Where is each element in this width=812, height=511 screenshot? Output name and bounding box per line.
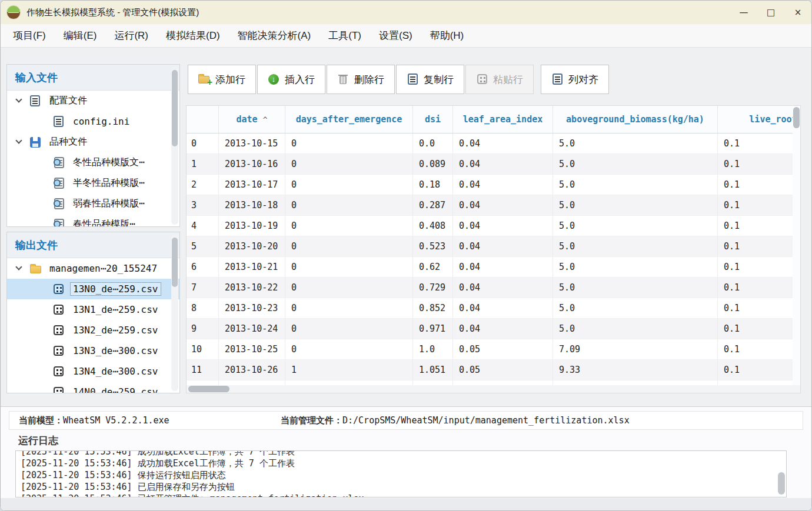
date-cell[interactable]: 2013-10-15 — [219, 133, 285, 154]
date-cell[interactable]: 2013-10-18 — [219, 195, 285, 216]
log-scrollbar-thumb[interactable] — [778, 472, 785, 495]
table-row[interactable]: 7 2013-10-22 0 0.729 0.04 5.0 0.1 — [187, 278, 801, 298]
leaf-area-index-cell[interactable]: 0.05 — [453, 360, 553, 380]
days-after-emergence-cell[interactable]: 1 — [285, 360, 413, 380]
aboveground-biomass-cell[interactable]: 7.09 — [553, 339, 718, 360]
aboveground-biomass-cell[interactable]: 5.0 — [553, 298, 718, 319]
leaf-area-index-cell[interactable]: 0.04 — [453, 257, 553, 278]
aboveground-biomass-cell[interactable]: 5.0 — [553, 278, 718, 298]
paste-row-button[interactable]: 粘贴行 — [465, 65, 534, 94]
date-cell[interactable]: 2013-10-16 — [219, 154, 285, 175]
add-row-button[interactable]: 添加行 — [188, 65, 256, 94]
live-root-biomass-cell[interactable]: 0.1 — [718, 319, 801, 339]
copy-row-button[interactable]: 复制行 — [396, 65, 464, 94]
output-panel-scrollbar-thumb[interactable] — [172, 238, 178, 287]
table-row[interactable]: 10 2013-10-25 0 1.0 0.05 7.09 0.1 — [187, 339, 801, 360]
live-root-biomass-cell[interactable]: 0.1 — [718, 236, 801, 257]
align-columns-button[interactable]: 列对齐 — [541, 65, 609, 94]
output-panel-scrollbar[interactable] — [171, 234, 178, 391]
table-row[interactable]: 5 2013-10-20 0 0.523 0.04 5.0 0.1 — [187, 236, 801, 257]
tree-item[interactable]: 半冬性品种模版⋯ — [7, 173, 179, 193]
date-cell[interactable]: 2013-10-24 — [219, 319, 285, 339]
date-cell[interactable]: 2013-10-19 — [219, 216, 285, 236]
live-root-biomass-cell[interactable]: 0.1 — [718, 339, 801, 360]
column-header[interactable]: leaf_area_index — [453, 106, 553, 133]
aboveground-biomass-cell[interactable]: 5.0 — [553, 216, 718, 236]
live-root-biomass-cell[interactable]: 0.1 — [718, 154, 801, 175]
row-index-cell[interactable]: 3 — [187, 195, 219, 216]
live-root-biomass-cell[interactable]: 0.1 — [718, 360, 801, 380]
table-horizontal-scrollbar-thumb[interactable] — [188, 386, 229, 392]
menu-item-simulation-results[interactable]: 模拟结果(D) — [157, 24, 229, 48]
live-root-biomass-cell[interactable]: 0.1 — [718, 278, 801, 298]
tree-item[interactable]: 13N2_de⋯259.csv — [7, 320, 179, 340]
table-row[interactable]: 2 2013-10-17 0 0.18 0.04 5.0 0.1 — [187, 175, 801, 195]
row-index-cell[interactable]: 4 — [187, 216, 219, 236]
table-row[interactable]: 8 2013-10-23 0 0.852 0.04 5.0 0.1 — [187, 298, 801, 319]
dsi-cell[interactable]: 0.971 — [413, 319, 453, 339]
menu-item-edit[interactable]: 编辑(E) — [55, 24, 106, 48]
days-after-emergence-cell[interactable]: 0 — [285, 133, 413, 154]
tree-item[interactable]: 春性品种模版⋯ — [7, 214, 179, 227]
chevron-down-icon[interactable] — [15, 96, 22, 102]
date-cell[interactable]: 2013-10-26 — [219, 360, 285, 380]
tree-item[interactable]: 13N4_de⋯300.csv — [7, 361, 179, 382]
column-header[interactable]: aboveground_biomass(kg/ha) — [553, 106, 718, 133]
row-index-cell[interactable]: 5 — [187, 236, 219, 257]
table-row[interactable]: 0 2013-10-15 0 0.0 0.04 5.0 0.1 — [187, 133, 801, 154]
tree-item[interactable]: 13N3_de⋯300.csv — [7, 340, 179, 361]
live-root-biomass-cell[interactable]: 0.1 — [718, 133, 801, 154]
leaf-area-index-cell[interactable]: 0.04 — [453, 278, 553, 298]
dsi-cell[interactable]: 1.051 — [413, 360, 453, 380]
aboveground-biomass-cell[interactable]: 5.0 — [553, 154, 718, 175]
tree-item[interactable]: 冬性品种模版文⋯ — [7, 152, 179, 173]
days-after-emergence-cell[interactable]: 0 — [285, 195, 413, 216]
days-after-emergence-cell[interactable]: 0 — [285, 175, 413, 195]
row-index-cell[interactable]: 0 — [187, 133, 219, 154]
leaf-area-index-cell[interactable]: 0.04 — [453, 195, 553, 216]
aboveground-biomass-cell[interactable]: 5.0 — [553, 175, 718, 195]
menu-item-help[interactable]: 帮助(H) — [421, 24, 473, 48]
live-root-biomass-cell[interactable]: 0.1 — [718, 175, 801, 195]
row-index-cell[interactable]: 10 — [187, 339, 219, 360]
column-header[interactable]: days_after_emergence — [285, 106, 413, 133]
days-after-emergence-cell[interactable]: 0 — [285, 319, 413, 339]
table-vertical-scrollbar[interactable] — [793, 106, 800, 385]
tree-item[interactable]: 配置文件 — [7, 91, 179, 111]
date-cell[interactable]: 2013-10-23 — [219, 298, 285, 319]
column-header[interactable]: date ^ — [219, 106, 285, 133]
insert-row-button[interactable]: 插入行 — [257, 65, 325, 94]
table-row[interactable]: 6 2013-10-21 0 0.62 0.04 5.0 0.1 — [187, 257, 801, 278]
dsi-cell[interactable]: 0.0 — [413, 133, 453, 154]
dsi-cell[interactable]: 0.62 — [413, 257, 453, 278]
tree-item[interactable]: config.ini — [7, 111, 179, 132]
close-button[interactable]: × — [784, 1, 811, 24]
leaf-area-index-cell[interactable]: 0.05 — [453, 339, 553, 360]
table-row[interactable]: 9 2013-10-24 0 0.971 0.04 5.0 0.1 — [187, 319, 801, 339]
minimize-button[interactable]: — — [730, 1, 757, 24]
table-row[interactable]: 4 2013-10-19 0 0.408 0.04 5.0 0.1 — [187, 216, 801, 236]
live-root-biomass-cell[interactable]: 0.1 — [718, 195, 801, 216]
delete-row-button[interactable]: 删除行 — [327, 65, 395, 94]
live-root-biomass-cell[interactable]: 0.1 — [718, 257, 801, 278]
chevron-down-icon[interactable] — [15, 137, 22, 143]
row-index-cell[interactable]: 9 — [187, 319, 219, 339]
leaf-area-index-cell[interactable]: 0.04 — [453, 298, 553, 319]
dsi-cell[interactable]: 0.408 — [413, 216, 453, 236]
table-row[interactable]: 3 2013-10-18 0 0.287 0.04 5.0 0.1 — [187, 195, 801, 216]
aboveground-biomass-cell[interactable]: 9.33 — [553, 360, 718, 380]
column-header[interactable]: live_root_b — [718, 106, 801, 133]
aboveground-biomass-cell[interactable]: 5.0 — [553, 236, 718, 257]
dsi-cell[interactable]: 1.0 — [413, 339, 453, 360]
tree-item[interactable]: 13N0_de⋯259.csv — [7, 279, 179, 299]
row-index-cell[interactable]: 11 — [187, 360, 219, 380]
aboveground-biomass-cell[interactable]: 5.0 — [553, 195, 718, 216]
dsi-cell[interactable]: 0.287 — [413, 195, 453, 216]
live-root-biomass-cell[interactable]: 0.1 — [718, 216, 801, 236]
row-index-cell[interactable]: 2 — [187, 175, 219, 195]
leaf-area-index-cell[interactable]: 0.04 — [453, 216, 553, 236]
table-row[interactable]: 11 2013-10-26 1 1.051 0.05 9.33 0.1 — [187, 360, 801, 380]
row-index-cell[interactable]: 6 — [187, 257, 219, 278]
date-cell[interactable]: 2013-10-25 — [219, 339, 285, 360]
days-after-emergence-cell[interactable]: 0 — [285, 298, 413, 319]
